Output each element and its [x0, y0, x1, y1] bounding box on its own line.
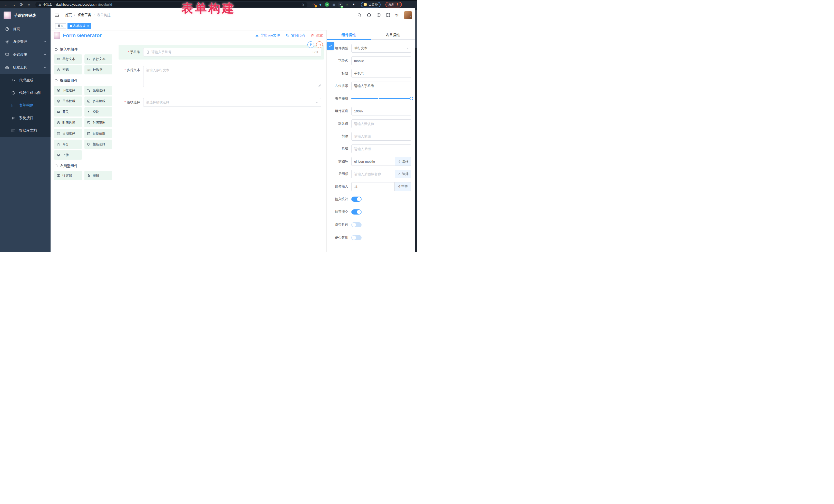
delete-field-button[interactable] [316, 41, 323, 48]
max-input[interactable] [351, 182, 394, 191]
scrollbar-thumb[interactable] [415, 10, 417, 48]
sidebar-item-codegen-demo[interactable]: 代码生成示例 [0, 86, 50, 99]
palette-item-multi-line[interactable]: 多行文本 [84, 54, 112, 64]
canvas-field-textarea[interactable]: 多行文本 请输入多行文本 [118, 63, 324, 90]
form-grid-slider[interactable] [351, 94, 411, 103]
back-icon[interactable]: ← [3, 2, 9, 8]
palette-item-date[interactable]: 日期选择 [54, 129, 82, 138]
sidebar-item-db-doc[interactable]: 数据库文档 [0, 124, 50, 137]
width-input[interactable] [351, 107, 411, 115]
breadcrumb-home[interactable]: 首页 [65, 13, 72, 18]
title-input[interactable] [351, 69, 411, 78]
canvas-field-mobile[interactable]: 手机号 请输入手机号 0/11 [118, 45, 324, 60]
palette-item-checkbox-group[interactable]: 多选框组 [84, 96, 112, 106]
reload-icon[interactable]: ⟳ [18, 2, 25, 8]
caret-down-icon[interactable]: ▼ [409, 15, 412, 18]
help-icon[interactable] [376, 13, 381, 17]
kebab-menu-icon[interactable]: ⋮ [396, 3, 399, 6]
suffix-input[interactable] [351, 145, 411, 153]
slider-handle[interactable] [410, 97, 413, 100]
palette-item-password[interactable]: 密码 [54, 65, 82, 74]
palette-item-radio-group[interactable]: 单选框组 [54, 96, 82, 106]
placeholder-input[interactable] [351, 82, 411, 90]
copy-code-button[interactable]: 复制代码 [286, 33, 305, 38]
tag-home[interactable]: 首页 [55, 23, 66, 29]
textarea-input[interactable]: 请输入多行文本 [143, 66, 321, 87]
palette-item-time-range[interactable]: 时间范围 [84, 118, 112, 127]
font-size-icon[interactable]: tT [395, 13, 399, 17]
palette-item-button[interactable]: 按钮 [84, 171, 112, 180]
prefix-icon-select-button[interactable]: 选择 [395, 157, 411, 166]
extension-gem-icon[interactable]: ◆ [318, 2, 323, 7]
prefix-icon-input[interactable] [351, 157, 395, 166]
fullscreen-icon[interactable] [386, 13, 390, 17]
tag-form-builder[interactable]: 表单构建 × [67, 23, 91, 29]
palette-item-counter[interactable]: 123 计数器 [84, 65, 112, 74]
forward-icon[interactable]: → [10, 2, 17, 8]
extension-on-icon[interactable]: ≡on [338, 2, 343, 7]
palette-item-switch[interactable]: 开关 [54, 107, 82, 116]
extension-puzzle-icon[interactable]: ▦ [332, 2, 336, 7]
github-icon[interactable] [367, 13, 371, 18]
paused-extension-badge[interactable]: 已暂停 [361, 2, 380, 7]
palette-item-row-container[interactable]: 行容器 [54, 171, 82, 180]
home-icon[interactable]: ⌂ [26, 2, 32, 8]
cascader-input[interactable]: 请选择级联选择 [143, 98, 321, 107]
component-type-select[interactable] [351, 44, 411, 52]
component-type-value[interactable] [351, 44, 411, 52]
input-stats-toggle[interactable] [351, 197, 361, 202]
link-icon[interactable] [327, 42, 334, 50]
field-name-input[interactable] [351, 57, 411, 65]
breadcrumb-devtools[interactable]: 研发工具 [78, 13, 91, 18]
sidebar-item-home[interactable]: 首页 [0, 23, 50, 36]
palette-item-rate[interactable]: 评分 [54, 139, 82, 149]
sidebar-item-form-builder[interactable]: 表单构建 [0, 99, 50, 112]
sidebar-item-infra[interactable]: 基础设施 [0, 48, 50, 61]
hamburger-icon[interactable] [54, 13, 59, 18]
palette-item-dropdown[interactable]: 下拉选择 [54, 86, 82, 95]
duplicate-field-button[interactable] [307, 41, 314, 48]
close-icon[interactable]: × [87, 24, 89, 27]
prop-label: 表单栅格 [327, 96, 351, 101]
readonly-toggle[interactable] [351, 222, 361, 227]
extension-y-icon[interactable]: y [325, 2, 329, 7]
sidebar-item-system[interactable]: 系统管理 [0, 36, 50, 48]
canvas-field-cascader[interactable]: 级联选择 请选择级联选择 [118, 95, 324, 110]
clearable-toggle[interactable] [351, 210, 361, 215]
search-icon[interactable] [357, 13, 361, 17]
sidebar-item-codegen[interactable]: 代码生成 [0, 74, 50, 86]
palette-item-time[interactable]: 时间选择 [54, 118, 82, 127]
suffix-icon-select-button[interactable]: 选择 [395, 170, 411, 178]
sidebar-item-label: 系统管理 [13, 40, 40, 44]
resize-handle-icon[interactable] [319, 84, 321, 86]
palette-item-date-range[interactable]: 日期范围 [84, 129, 112, 138]
palette-item-color[interactable]: 颜色选择 [84, 139, 112, 149]
bookmark-star-icon[interactable]: ☆ [301, 3, 304, 6]
tab-form-props[interactable]: 表单属性 [371, 30, 415, 40]
suffix-icon-input[interactable] [351, 170, 395, 178]
download-icon [255, 34, 259, 38]
extension-flower-icon[interactable]: ✱ [352, 2, 356, 7]
tab-component-props[interactable]: 组件属性 [327, 30, 371, 40]
export-vue-button[interactable]: 导出vue文件 [255, 33, 280, 38]
sidebar-item-devtools[interactable]: 研发工具 [0, 61, 50, 74]
app-title: 芋道管理系统 [14, 13, 36, 18]
extension-refresh-icon[interactable]: ⟳ [311, 2, 316, 7]
default-value-input[interactable] [351, 119, 411, 128]
palette-item-single-line[interactable]: 单行文本 [54, 54, 82, 64]
extension-leaf-icon[interactable]: ♟ [345, 2, 349, 7]
prefix-input[interactable] [351, 132, 411, 140]
prop-label: 后缀 [327, 147, 351, 151]
address-bar[interactable]: ⚠ 不安全 dashboard.yudao.iocoder.cn/tool/bu… [36, 2, 307, 7]
sidebar-item-api[interactable]: 系统接口 [0, 112, 50, 124]
update-button[interactable]: 更新 ⋮ [386, 2, 402, 7]
sidebar-item-label: 表单构建 [19, 103, 46, 108]
disabled-toggle[interactable] [351, 235, 361, 240]
palette-item-slider[interactable]: 滑块 [84, 107, 112, 116]
window-scrollbar[interactable] [415, 8, 417, 252]
palette-item-cascader[interactable]: 级联选择 [84, 86, 112, 95]
palette-item-upload[interactable]: 上传 [54, 150, 82, 160]
mobile-input[interactable]: 请输入手机号 0/11 [143, 48, 321, 57]
clear-button[interactable]: 清空 [310, 33, 323, 38]
slider-track[interactable] [351, 98, 411, 99]
